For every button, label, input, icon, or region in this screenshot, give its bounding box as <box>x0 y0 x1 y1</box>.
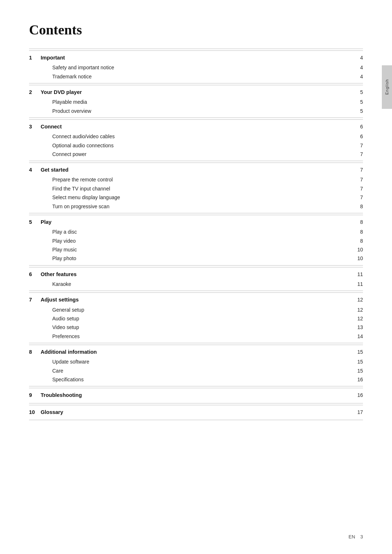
section-num-10: 10 <box>29 408 41 416</box>
section-title-4: Get started <box>41 166 352 174</box>
section-num-3: 3 <box>29 123 41 131</box>
sub-page-5-3: 10 <box>352 254 363 262</box>
sub-page-1-0: 4 <box>352 63 363 71</box>
toc-section-header-5: 5Play8 <box>29 215 363 227</box>
sub-title-4-3: Turn on progressive scan <box>41 202 352 210</box>
sub-title-3-0: Connect audio/video cables <box>41 132 352 140</box>
toc-group-1: 1Important4Safety and important notice4T… <box>29 49 363 81</box>
sub-title-3-2: Connect power <box>41 150 352 158</box>
page-container: English Contents 1Important4Safety and i… <box>0 0 392 554</box>
section-title-5: Play <box>41 218 352 226</box>
sub-title-3-1: Optional audio connections <box>41 141 352 149</box>
sub-title-4-2: Select menu display language <box>41 193 352 201</box>
toc-sub-3-0: Connect audio/video cables6 <box>29 132 363 141</box>
sub-page-7-1: 12 <box>352 315 363 323</box>
section-title-3: Connect <box>41 123 352 131</box>
toc-group-10: 10Glossary17 <box>29 403 363 418</box>
sub-title-1-1: Trademark notice <box>41 73 352 81</box>
sub-page-5-1: 8 <box>352 237 363 245</box>
footer-en-label: EN <box>348 534 355 539</box>
toc-sub-5-3: Play photo10 <box>29 254 363 263</box>
sub-title-7-0: General setup <box>41 306 352 314</box>
sub-title-8-1: Care <box>41 367 352 375</box>
toc-group-5: 5Play8Play a disc8Play video8Play music1… <box>29 213 363 263</box>
section-title-2: Your DVD player <box>41 88 352 97</box>
toc-group-4: 4Get started7Prepare the remote control7… <box>29 161 363 211</box>
toc-sub-8-2: Specifications16 <box>29 375 363 384</box>
sub-page-3-0: 6 <box>352 132 363 140</box>
sub-page-3-2: 7 <box>352 150 363 158</box>
sub-page-3-1: 7 <box>352 141 363 149</box>
sub-page-4-2: 7 <box>352 193 363 201</box>
toc-group-2: 2Your DVD player5Playable media5Product … <box>29 83 363 115</box>
toc-sub-4-1: Find the TV input channel7 <box>29 184 363 193</box>
section-title-9: Troubleshooting <box>41 391 352 399</box>
sub-title-5-0: Play a disc <box>41 228 352 236</box>
section-title-1: Important <box>41 54 352 62</box>
toc-sub-7-1: Audio setup12 <box>29 314 363 323</box>
toc-sub-6-0: Karaoke11 <box>29 280 363 288</box>
toc-sub-3-2: Connect power7 <box>29 150 363 159</box>
toc-sub-3-1: Optional audio connections7 <box>29 141 363 150</box>
toc-section: 1Important4Safety and important notice4T… <box>29 49 363 420</box>
sub-title-8-0: Update software <box>41 358 352 366</box>
toc-sub-7-2: Video setup13 <box>29 323 363 332</box>
sub-title-4-0: Prepare the remote control <box>41 176 352 184</box>
section-page-3: 6 <box>352 123 363 131</box>
section-num-8: 8 <box>29 348 41 356</box>
section-page-4: 7 <box>352 166 363 174</box>
section-page-10: 17 <box>352 408 363 416</box>
sub-title-7-2: Video setup <box>41 323 352 331</box>
toc-sub-7-3: Preferences14 <box>29 332 363 341</box>
side-tab: English <box>382 65 392 109</box>
toc-sub-5-1: Play video8 <box>29 237 363 245</box>
section-title-10: Glossary <box>41 408 352 416</box>
sub-title-7-3: Preferences <box>41 332 352 340</box>
sub-page-4-0: 7 <box>352 176 363 184</box>
toc-section-header-9: 9Troubleshooting16 <box>29 388 363 401</box>
toc-sub-2-1: Product overview5 <box>29 107 363 115</box>
sub-title-2-1: Product overview <box>41 107 352 115</box>
toc-sub-1-0: Safety and important notice4 <box>29 63 363 72</box>
sub-page-2-1: 5 <box>352 107 363 115</box>
section-page-9: 16 <box>352 391 363 399</box>
section-page-7: 12 <box>352 296 363 304</box>
toc-sub-4-3: Turn on progressive scan8 <box>29 202 363 211</box>
toc-section-header-1: 1Important4 <box>29 50 363 63</box>
section-page-8: 15 <box>352 348 363 356</box>
toc-group-7: 7Adjust settings12General setup12Audio s… <box>29 291 363 341</box>
section-num-4: 4 <box>29 166 41 174</box>
toc-sub-4-2: Select menu display language7 <box>29 193 363 202</box>
sub-page-8-1: 15 <box>352 367 363 375</box>
section-title-8: Additional information <box>41 348 352 356</box>
section-title-6: Other features <box>41 270 352 279</box>
sub-title-5-2: Play music <box>41 246 352 254</box>
sub-page-6-0: 11 <box>352 280 363 288</box>
toc-section-header-2: 2Your DVD player5 <box>29 85 363 98</box>
sub-page-1-1: 4 <box>352 73 363 81</box>
toc-section-header-4: 4Get started7 <box>29 163 363 175</box>
toc-group-6: 6Other features11Karaoke11 <box>29 265 363 289</box>
toc-sub-7-0: General setup12 <box>29 305 363 314</box>
toc-section-header-10: 10Glossary17 <box>29 405 363 418</box>
sub-title-6-0: Karaoke <box>41 280 352 288</box>
sub-page-8-2: 16 <box>352 376 363 383</box>
section-page-6: 11 <box>352 270 363 278</box>
toc-section-header-8: 8Additional information15 <box>29 345 363 357</box>
section-title-7: Adjust settings <box>41 296 352 304</box>
toc-group-8: 8Additional information15Update software… <box>29 343 363 384</box>
page-title: Contents <box>29 22 363 38</box>
toc-sub-5-0: Play a disc8 <box>29 227 363 236</box>
sub-title-7-1: Audio setup <box>41 315 352 323</box>
toc-sub-8-1: Care15 <box>29 366 363 375</box>
section-page-5: 8 <box>352 218 363 226</box>
footer-page-num: 3 <box>360 534 363 539</box>
sub-title-8-2: Specifications <box>41 376 352 383</box>
sub-page-4-1: 7 <box>352 185 363 193</box>
sub-page-7-0: 12 <box>352 306 363 314</box>
toc-sub-1-1: Trademark notice4 <box>29 72 363 81</box>
section-num-2: 2 <box>29 88 41 97</box>
toc-sub-8-0: Update software15 <box>29 357 363 366</box>
toc-group-3: 3Connect6Connect audio/video cables6Opti… <box>29 118 363 159</box>
toc-sub-4-0: Prepare the remote control7 <box>29 175 363 184</box>
